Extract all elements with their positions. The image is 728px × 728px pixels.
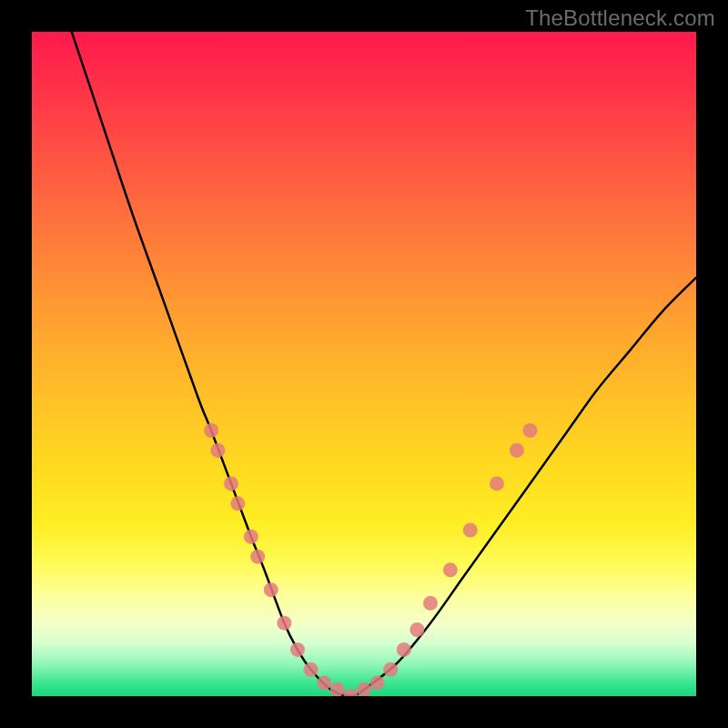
data-marker bbox=[330, 682, 345, 696]
data-marker bbox=[490, 476, 504, 490]
data-marker bbox=[230, 496, 245, 511]
data-marker bbox=[250, 550, 265, 564]
data-marker bbox=[343, 689, 358, 696]
bottleneck-curve bbox=[72, 32, 696, 696]
data-marker bbox=[383, 662, 398, 677]
marker-group bbox=[204, 423, 537, 696]
data-marker bbox=[304, 662, 318, 677]
data-marker bbox=[410, 622, 424, 637]
data-marker bbox=[277, 616, 291, 631]
chart-svg bbox=[32, 32, 696, 696]
watermark-text: TheBottleneck.com bbox=[525, 5, 715, 31]
data-marker bbox=[204, 423, 218, 438]
data-marker bbox=[523, 423, 538, 438]
data-marker bbox=[244, 530, 258, 544]
data-marker bbox=[443, 562, 458, 577]
data-marker bbox=[210, 443, 225, 458]
data-marker bbox=[224, 476, 238, 490]
data-marker bbox=[397, 642, 411, 657]
chart-frame: TheBottleneck.com bbox=[0, 0, 728, 728]
data-marker bbox=[357, 682, 371, 696]
data-marker bbox=[510, 443, 524, 458]
data-marker bbox=[317, 675, 331, 690]
curve-group bbox=[72, 32, 696, 696]
plot-area bbox=[32, 32, 696, 696]
data-marker bbox=[463, 523, 478, 538]
data-marker bbox=[264, 582, 278, 597]
data-marker bbox=[423, 596, 438, 611]
data-marker bbox=[290, 642, 305, 657]
data-marker bbox=[370, 675, 385, 690]
